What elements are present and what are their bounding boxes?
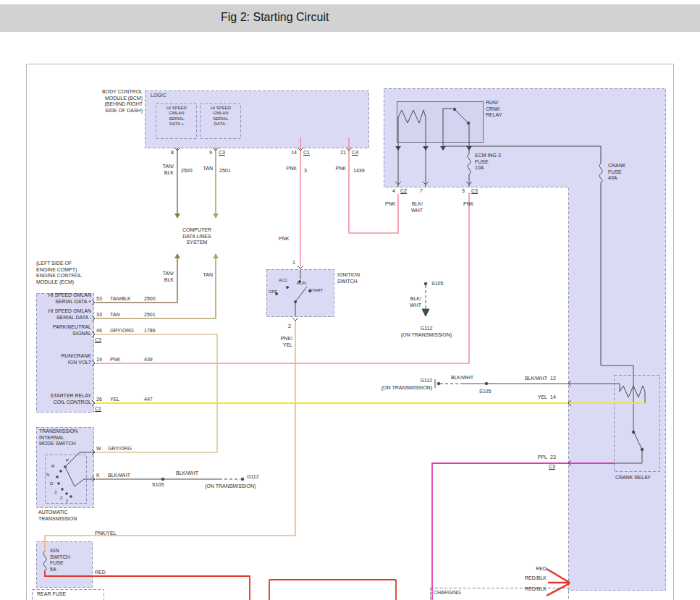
bcm-conn-c3: C3: [219, 150, 225, 156]
tims-pos-d: D: [50, 481, 53, 486]
ign-run-label: RUN: [297, 281, 306, 286]
bcm-module-label: BODY CONTROL MODULE (BCM) (BEHIND RIGHT …: [72, 89, 143, 114]
relay-pnk-right-label: PNK: [463, 201, 473, 208]
circuit-1439: 1439: [353, 168, 365, 174]
circuit-2500: 2500: [181, 168, 193, 174]
rear-fuse-label: REAR FUSE: [37, 591, 66, 598]
splice-s105-tims-dot: [161, 478, 164, 481]
red-left-label: RED: [95, 570, 106, 576]
ecm-conn-c3: C3: [95, 337, 101, 344]
ecm-pin-33: 33: [96, 312, 102, 318]
tan-label-mid: TAN: [198, 272, 213, 279]
relay-pnk-left-label: PNK: [385, 201, 395, 208]
run-crnk-relay-label: RUN/ CRNK RELAY: [486, 100, 502, 119]
tims-wire-k: BLK/WHT: [108, 473, 130, 479]
splice-s105-tims-label: S105: [152, 482, 164, 489]
ecm-pin-46: 46: [96, 328, 102, 334]
crank-relay-label: CRANK RELAY: [615, 475, 651, 481]
tims-pin-k: K: [96, 473, 100, 479]
g112-mid-sub-label: (ON TRANSMISSION): [362, 385, 432, 392]
ecm-circ-19: 439: [144, 357, 153, 363]
computer-data-lines-label: COMPUTER DATA LINES SYSTEM: [168, 227, 226, 246]
bcm-conn-c4: C4: [352, 150, 358, 156]
tims-pos-r: R: [51, 464, 54, 469]
splice-s105-mid-dot: [485, 382, 488, 385]
tims-pos-p: P: [66, 458, 69, 463]
ign-acc-label: ACC: [279, 278, 288, 283]
ecm-module-label: (LEFT SIDE OF ENGINE COMPT) ENGINE CONTR…: [36, 261, 82, 285]
tims-wire-w: GRY/ORG: [108, 446, 132, 452]
ecm-wire-33: TAN: [110, 312, 119, 318]
blkwht-mid-label-1: BLK/WHT: [451, 375, 473, 381]
ecm-circ-46: 1786: [144, 328, 156, 334]
ecm-row5-label: STARTER RELAY COIL CONTROL: [36, 393, 91, 405]
tims-label: TRANSMISSION INTERNAL MODE SWITCH: [39, 428, 77, 447]
figure-header-bar: [0, 4, 700, 32]
tims-pos-2: 2: [60, 496, 62, 501]
bcm-pin-8: 8: [165, 150, 174, 156]
ground-g112-tims-dot: [241, 478, 244, 481]
pnkyel-vertical-label: PNK/ YEL: [275, 336, 292, 348]
ecm-wire-46: GRY/ORG: [110, 328, 134, 334]
g112-mid-label: G112: [362, 378, 432, 384]
logic-label: LOGIC: [151, 93, 166, 99]
blkwht-vertical-label: BLK/ WHT: [405, 296, 421, 308]
ecm-row4-label: RUN/CRANK IGN VOLT: [36, 353, 91, 366]
tims-pos-n: N: [46, 473, 49, 478]
crank-relay-pin-23: 23: [550, 455, 556, 461]
run-crnk-relay-box: [397, 102, 484, 143]
tanblk-label-top: TAN/ BLK: [156, 164, 174, 176]
ign-start-label: START: [309, 288, 323, 293]
splice-s105-label: S105: [431, 281, 443, 287]
ign-pin-1: 1: [292, 260, 295, 266]
relay-conn-c2: C2: [400, 188, 407, 195]
red-right-label: RED: [523, 566, 547, 572]
pnk-label-pin14: PNK: [278, 166, 297, 172]
relay-blkwht-label: BLK/ WHT: [405, 201, 423, 214]
yel-wire-label: YEL: [528, 394, 547, 401]
tan-label-top: TAN: [198, 166, 213, 172]
tanblk-label-mid: TAN/ BLK: [156, 271, 174, 283]
ecm-circ-33: 2501: [144, 312, 156, 318]
relay-pin-3: 3: [456, 188, 465, 195]
ground-g112-mid-dot: [437, 382, 440, 385]
bcm-pin-21: 21: [334, 150, 346, 156]
ecm-pin-19: 19: [96, 357, 102, 363]
redblk-label-1: RED/BLK: [514, 575, 547, 582]
figure-title: Fig 2: Starting Circuit: [221, 11, 329, 24]
ecm-ign3-fuse-label: ECM ING 3 FUSE 10A: [475, 153, 501, 172]
ecm-pin-26: 26: [96, 397, 102, 403]
relay-pin-7: 7: [420, 188, 423, 195]
pnkyel-horizontal-label: PNK/YEL: [95, 531, 117, 537]
redblk-label-2: RED/BLK: [514, 586, 547, 593]
blkwht-tims-label: BLK/WHT: [176, 470, 198, 477]
blkwht-mid-label-2: BLK/WHT: [515, 376, 547, 382]
gmlan-plus-label: HI SPEED GMLAN SERIAL DATA +: [156, 106, 197, 127]
gmlan-minus-label: HI SPEED GMLAN SERIAL DATA -: [201, 106, 241, 127]
ecm-circ-53: 2500: [144, 296, 156, 303]
splice-s105-mid-label: S105: [479, 389, 491, 395]
ecm-wire-19: PNK: [110, 357, 120, 363]
automatic-transmission-label: AUTOMATIC TRANSMISSION: [38, 510, 77, 522]
ecm-row2-label: HI SPEED GMLAN SERIAL DATA -: [36, 308, 91, 321]
bcm-pin-14: 14: [287, 150, 297, 156]
crank-relay-pin-14: 14: [550, 394, 556, 401]
tims-pin-w: W: [96, 446, 101, 452]
tims-pos-1: 1: [66, 499, 68, 504]
bcm-pin-9: 9: [203, 150, 212, 156]
ecm-wire-53: TAN/BLK: [110, 296, 131, 303]
ecm-row1-label: HI SPEED GMLAN SERIAL DATA +: [36, 292, 91, 305]
ign-switch-fuse-label: IGN SWITCH FUSE 5A: [50, 548, 70, 572]
tims-pos-3: 3: [54, 490, 56, 495]
ground-g112-label: G112 (ON TRANSMISSION): [384, 326, 469, 338]
ecm-pin-53: 53: [96, 296, 102, 303]
splice-s105-dot: [424, 282, 427, 285]
ignition-switch-label: IGNITION SWITCH: [337, 272, 360, 284]
ign-pin-2: 2: [288, 324, 291, 330]
ecm-circ-26: 447: [144, 397, 153, 403]
ecm-conn-c1: C1: [95, 406, 101, 413]
circuit-3: 3: [304, 168, 307, 174]
pnk-label-pin21: PNK: [327, 166, 346, 172]
g112-tims-sub-label: (ON TRANSMISSION): [205, 483, 256, 490]
g112-tims-label: G112: [247, 474, 259, 481]
